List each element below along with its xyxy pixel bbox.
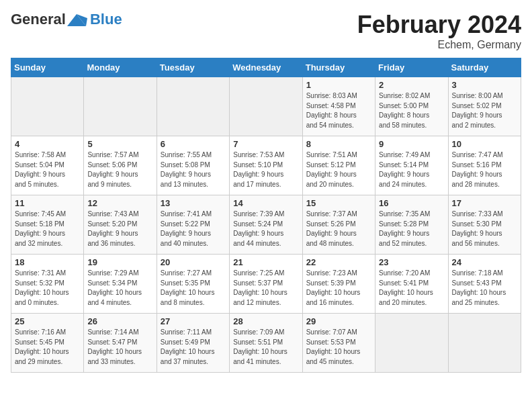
day-number: 1 xyxy=(306,80,371,90)
day-number: 16 xyxy=(379,198,444,208)
day-number: 2 xyxy=(379,80,444,90)
day-info: Sunrise: 7:29 AM Sunset: 5:34 PM Dayligh… xyxy=(87,269,152,308)
calendar-cell: 5Sunrise: 7:57 AM Sunset: 5:06 PM Daylig… xyxy=(84,136,157,195)
day-info: Sunrise: 7:20 AM Sunset: 5:41 PM Dayligh… xyxy=(379,269,444,308)
calendar-cell xyxy=(448,314,521,373)
calendar-cell: 12Sunrise: 7:43 AM Sunset: 5:20 PM Dayli… xyxy=(84,195,157,255)
calendar-cell: 26Sunrise: 7:14 AM Sunset: 5:47 PM Dayli… xyxy=(84,314,157,373)
calendar-cell: 18Sunrise: 7:31 AM Sunset: 5:32 PM Dayli… xyxy=(11,255,84,314)
calendar-cell: 19Sunrise: 7:29 AM Sunset: 5:34 PM Dayli… xyxy=(84,255,157,314)
day-info: Sunrise: 7:27 AM Sunset: 5:35 PM Dayligh… xyxy=(161,269,226,308)
day-info: Sunrise: 7:16 AM Sunset: 5:45 PM Dayligh… xyxy=(15,328,80,367)
calendar-cell: 15Sunrise: 7:37 AM Sunset: 5:26 PM Dayli… xyxy=(302,195,375,255)
calendar-cell: 11Sunrise: 7:45 AM Sunset: 5:18 PM Dayli… xyxy=(11,195,84,255)
page-header: General Blue February 2024 Echem, German… xyxy=(11,11,521,51)
calendar-cell: 6Sunrise: 7:55 AM Sunset: 5:08 PM Daylig… xyxy=(157,136,229,195)
day-number: 12 xyxy=(87,198,152,208)
day-info: Sunrise: 7:47 AM Sunset: 5:16 PM Dayligh… xyxy=(452,150,517,189)
calendar-cell: 16Sunrise: 7:35 AM Sunset: 5:28 PM Dayli… xyxy=(375,195,448,255)
weekday-header-wednesday: Wednesday xyxy=(230,58,302,77)
day-info: Sunrise: 8:02 AM Sunset: 5:00 PM Dayligh… xyxy=(379,91,444,130)
day-info: Sunrise: 7:35 AM Sunset: 5:28 PM Dayligh… xyxy=(379,210,444,248)
day-number: 13 xyxy=(161,198,226,208)
logo-text: General xyxy=(11,11,89,28)
weekday-header-friday: Friday xyxy=(375,58,448,77)
calendar-table: SundayMondayTuesdayWednesdayThursdayFrid… xyxy=(11,58,521,373)
day-number: 7 xyxy=(233,139,298,149)
logo-blue: Blue xyxy=(90,11,122,28)
day-number: 24 xyxy=(452,257,517,267)
calendar-cell xyxy=(11,77,84,136)
day-info: Sunrise: 8:00 AM Sunset: 5:02 PM Dayligh… xyxy=(452,91,517,130)
day-info: Sunrise: 7:25 AM Sunset: 5:37 PM Dayligh… xyxy=(233,269,298,308)
calendar-cell: 29Sunrise: 7:07 AM Sunset: 5:53 PM Dayli… xyxy=(302,314,375,373)
calendar-cell xyxy=(375,314,448,373)
calendar-cell: 22Sunrise: 7:23 AM Sunset: 5:39 PM Dayli… xyxy=(302,255,375,314)
calendar-cell: 14Sunrise: 7:39 AM Sunset: 5:24 PM Dayli… xyxy=(230,195,302,255)
day-info: Sunrise: 7:39 AM Sunset: 5:24 PM Dayligh… xyxy=(233,210,298,248)
day-number: 10 xyxy=(452,139,517,149)
day-info: Sunrise: 7:57 AM Sunset: 5:06 PM Dayligh… xyxy=(87,150,152,189)
day-number: 25 xyxy=(15,316,80,326)
weekday-header-thursday: Thursday xyxy=(302,58,375,77)
day-number: 17 xyxy=(452,198,517,208)
day-info: Sunrise: 7:18 AM Sunset: 5:43 PM Dayligh… xyxy=(452,269,517,308)
weekday-header-sunday: Sunday xyxy=(11,58,84,77)
day-number: 18 xyxy=(15,257,80,267)
calendar-cell: 9Sunrise: 7:49 AM Sunset: 5:14 PM Daylig… xyxy=(375,136,448,195)
day-number: 4 xyxy=(15,139,80,149)
calendar-cell: 13Sunrise: 7:41 AM Sunset: 5:22 PM Dayli… xyxy=(157,195,229,255)
logo-icon xyxy=(67,13,87,28)
calendar-cell: 17Sunrise: 7:33 AM Sunset: 5:30 PM Dayli… xyxy=(448,195,521,255)
day-number: 19 xyxy=(87,257,152,267)
weekday-header-monday: Monday xyxy=(84,58,157,77)
day-number: 27 xyxy=(161,316,226,326)
day-info: Sunrise: 7:23 AM Sunset: 5:39 PM Dayligh… xyxy=(306,269,371,308)
day-info: Sunrise: 7:55 AM Sunset: 5:08 PM Dayligh… xyxy=(161,150,226,189)
calendar-cell xyxy=(84,77,157,136)
day-number: 22 xyxy=(306,257,371,267)
calendar-cell: 24Sunrise: 7:18 AM Sunset: 5:43 PM Dayli… xyxy=(448,255,521,314)
calendar-cell: 28Sunrise: 7:09 AM Sunset: 5:51 PM Dayli… xyxy=(230,314,302,373)
day-number: 20 xyxy=(161,257,226,267)
location-label: Echem, Germany xyxy=(357,39,521,51)
day-info: Sunrise: 7:11 AM Sunset: 5:49 PM Dayligh… xyxy=(161,328,226,367)
month-title: February 2024 xyxy=(357,11,521,39)
calendar-cell: 8Sunrise: 7:51 AM Sunset: 5:12 PM Daylig… xyxy=(302,136,375,195)
calendar-cell: 4Sunrise: 7:58 AM Sunset: 5:04 PM Daylig… xyxy=(11,136,84,195)
calendar-cell: 2Sunrise: 8:02 AM Sunset: 5:00 PM Daylig… xyxy=(375,77,448,136)
calendar-cell: 20Sunrise: 7:27 AM Sunset: 5:35 PM Dayli… xyxy=(157,255,229,314)
calendar-cell: 10Sunrise: 7:47 AM Sunset: 5:16 PM Dayli… xyxy=(448,136,521,195)
day-info: Sunrise: 7:07 AM Sunset: 5:53 PM Dayligh… xyxy=(306,328,371,367)
calendar-cell: 1Sunrise: 8:03 AM Sunset: 4:58 PM Daylig… xyxy=(302,77,375,136)
day-number: 9 xyxy=(379,139,444,149)
day-info: Sunrise: 7:31 AM Sunset: 5:32 PM Dayligh… xyxy=(15,269,80,308)
calendar-cell xyxy=(157,77,229,136)
weekday-header-tuesday: Tuesday xyxy=(157,58,229,77)
calendar-cell: 7Sunrise: 7:53 AM Sunset: 5:10 PM Daylig… xyxy=(230,136,302,195)
day-info: Sunrise: 7:37 AM Sunset: 5:26 PM Dayligh… xyxy=(306,210,371,248)
day-info: Sunrise: 7:09 AM Sunset: 5:51 PM Dayligh… xyxy=(233,328,298,367)
calendar-cell: 3Sunrise: 8:00 AM Sunset: 5:02 PM Daylig… xyxy=(448,77,521,136)
day-info: Sunrise: 7:51 AM Sunset: 5:12 PM Dayligh… xyxy=(306,150,371,189)
day-info: Sunrise: 7:14 AM Sunset: 5:47 PM Dayligh… xyxy=(87,328,152,367)
day-number: 23 xyxy=(379,257,444,267)
day-info: Sunrise: 7:41 AM Sunset: 5:22 PM Dayligh… xyxy=(161,210,226,248)
logo: General Blue xyxy=(11,11,122,28)
day-number: 21 xyxy=(233,257,298,267)
day-info: Sunrise: 7:58 AM Sunset: 5:04 PM Dayligh… xyxy=(15,150,80,189)
day-number: 3 xyxy=(452,80,517,90)
weekday-header-saturday: Saturday xyxy=(448,58,521,77)
calendar-cell: 21Sunrise: 7:25 AM Sunset: 5:37 PM Dayli… xyxy=(230,255,302,314)
day-info: Sunrise: 7:45 AM Sunset: 5:18 PM Dayligh… xyxy=(15,210,80,248)
day-info: Sunrise: 8:03 AM Sunset: 4:58 PM Dayligh… xyxy=(306,91,371,130)
day-info: Sunrise: 7:49 AM Sunset: 5:14 PM Dayligh… xyxy=(379,150,444,189)
day-info: Sunrise: 7:43 AM Sunset: 5:20 PM Dayligh… xyxy=(87,210,152,248)
day-number: 15 xyxy=(306,198,371,208)
day-number: 26 xyxy=(87,316,152,326)
day-number: 14 xyxy=(233,198,298,208)
title-block: February 2024 Echem, Germany xyxy=(357,11,521,51)
day-info: Sunrise: 7:33 AM Sunset: 5:30 PM Dayligh… xyxy=(452,210,517,248)
day-number: 28 xyxy=(233,316,298,326)
day-info: Sunrise: 7:53 AM Sunset: 5:10 PM Dayligh… xyxy=(233,150,298,189)
